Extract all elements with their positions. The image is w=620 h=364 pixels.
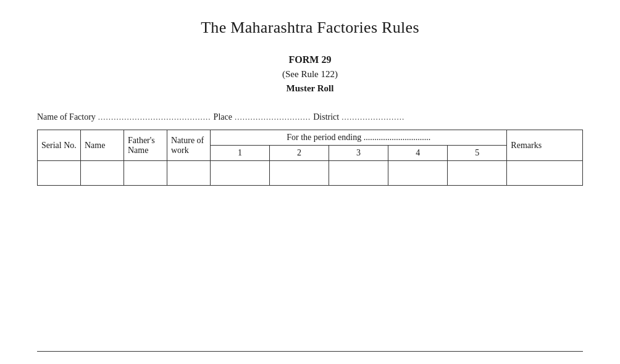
data-row-1 xyxy=(38,161,583,186)
col-period-header: For the period ending ..................… xyxy=(211,130,507,146)
col-name-header: Name xyxy=(81,130,124,161)
data-name-1 xyxy=(81,161,124,186)
data-p2-1 xyxy=(270,161,329,186)
table-wrapper: Serial No. Name Father's Name Nature of … xyxy=(37,130,583,186)
data-p1-1 xyxy=(211,161,270,186)
see-rule: (See Rule 122) xyxy=(37,69,583,80)
place-label: Place xyxy=(214,112,232,122)
factory-info-row: Name of Factory ........................… xyxy=(37,112,583,122)
data-remarks-1 xyxy=(507,161,583,186)
sub-col-2: 2 xyxy=(270,146,329,161)
sub-col-3: 3 xyxy=(329,146,388,161)
place-dots: ............................. xyxy=(235,112,311,122)
sub-col-4: 4 xyxy=(388,146,448,161)
muster-table: Serial No. Name Father's Name Nature of … xyxy=(37,130,583,186)
data-nature-1 xyxy=(167,161,211,186)
bottom-line xyxy=(37,351,583,352)
muster-roll: Muster Roll xyxy=(37,83,583,94)
col-nature-header: Nature of work xyxy=(167,130,211,161)
factory-dots: ........................................… xyxy=(98,112,211,122)
form-number: FORM 29 xyxy=(37,54,583,65)
col-remarks-header: Remarks xyxy=(507,130,583,161)
data-father-1 xyxy=(124,161,167,186)
main-title: The Maharashtra Factories Rules xyxy=(37,19,583,37)
sub-col-5: 5 xyxy=(448,146,507,161)
col-father-header: Father's Name xyxy=(124,130,167,161)
factory-label: Name of Factory xyxy=(37,112,96,122)
header-row-main: Serial No. Name Father's Name Nature of … xyxy=(38,130,583,146)
col-serial-header: Serial No. xyxy=(38,130,81,161)
district-label: District xyxy=(313,112,339,122)
sub-col-1: 1 xyxy=(211,146,270,161)
data-p5-1 xyxy=(448,161,507,186)
page-container: The Maharashtra Factories Rules FORM 29 … xyxy=(0,0,620,364)
data-p3-1 xyxy=(329,161,388,186)
data-p4-1 xyxy=(388,161,448,186)
district-dots: ........................ xyxy=(341,112,404,122)
data-serial-1 xyxy=(38,161,81,186)
